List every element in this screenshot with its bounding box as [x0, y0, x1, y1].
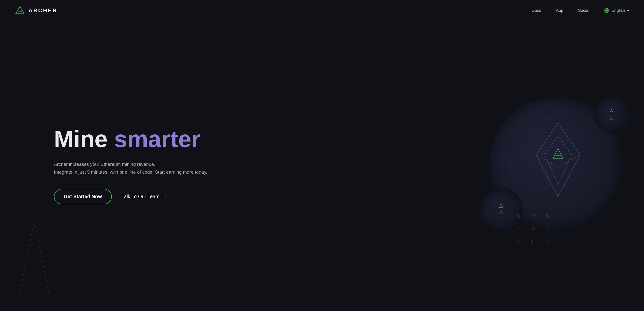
- grid-tri-3: △: [540, 209, 554, 221]
- triangle-green-1: △: [499, 202, 503, 208]
- svg-line-19: [545, 155, 558, 184]
- language-dropdown-arrow: ▾: [627, 8, 629, 13]
- svg-line-17: [558, 135, 572, 155]
- get-started-button[interactable]: Get Started Now: [54, 189, 112, 204]
- navbar: ARCHER Docs App Social English ▾: [0, 0, 644, 21]
- language-selector[interactable]: English ▾: [604, 8, 629, 13]
- hero-right-decoration: △ △ △ △ △ ◇ △ △ ◇ △ △ ◇ △: [468, 77, 644, 254]
- svg-line-7: [20, 221, 34, 294]
- language-label: English: [612, 8, 625, 13]
- nav-docs[interactable]: Docs: [532, 8, 541, 13]
- hero-actions: Get Started Now Talk To Our Team →: [54, 189, 207, 204]
- triangle-green-tr-1: △: [610, 108, 614, 114]
- ethereum-diamond: [529, 120, 588, 199]
- grid-tri-1: △: [512, 209, 525, 221]
- headline-smarter: smarter: [114, 126, 200, 152]
- talk-label: Talk To Our Team: [122, 194, 160, 200]
- globe-icon: [604, 8, 610, 13]
- hero-headline: Mine smarter: [54, 127, 207, 152]
- grid-tri-6: △: [540, 222, 554, 234]
- small-circle-top-right: △ △: [594, 97, 629, 132]
- nav-links: Docs App Social English ▾: [532, 8, 629, 13]
- grid-tri-2: ◇: [526, 209, 540, 221]
- grid-tri-5: ◇: [526, 222, 540, 234]
- triangle-grid: △ ◇ △ △ ◇ △ △ ◇ △: [512, 209, 554, 246]
- triangle-green-tr-2: △: [610, 115, 614, 120]
- logo-area[interactable]: ARCHER: [15, 6, 58, 16]
- left-decoration: [20, 221, 49, 295]
- svg-line-10: [536, 123, 558, 155]
- grid-tri-8: ◇: [526, 235, 540, 246]
- nav-app[interactable]: App: [556, 8, 563, 13]
- headline-mine: Mine: [54, 126, 114, 152]
- grid-tri-4: △: [512, 222, 525, 234]
- grid-tri-9: △: [540, 235, 554, 246]
- svg-line-20: [558, 155, 572, 184]
- svg-line-18: [545, 135, 558, 155]
- triangle-green-2: △: [499, 209, 503, 214]
- grid-tri-7: △: [512, 235, 525, 246]
- svg-line-8: [34, 221, 49, 294]
- svg-line-9: [558, 123, 580, 155]
- hero-subtext: Archer increases your Ethereum mining re…: [54, 160, 207, 176]
- brand-name: ARCHER: [28, 7, 58, 14]
- archer-logo-icon: [15, 6, 25, 16]
- talk-arrow: →: [162, 194, 167, 200]
- hero-subtext-line1: Archer increases your Ethereum mining re…: [54, 162, 155, 167]
- hero-subtext-line2: Integrate in just 5 minutes, with one li…: [54, 170, 207, 175]
- hero-section: Mine smarter Archer increases your Ether…: [0, 21, 644, 310]
- hero-content: Mine smarter Archer increases your Ether…: [54, 127, 207, 204]
- nav-social[interactable]: Social: [578, 8, 589, 13]
- talk-to-team-button[interactable]: Talk To Our Team →: [122, 194, 168, 200]
